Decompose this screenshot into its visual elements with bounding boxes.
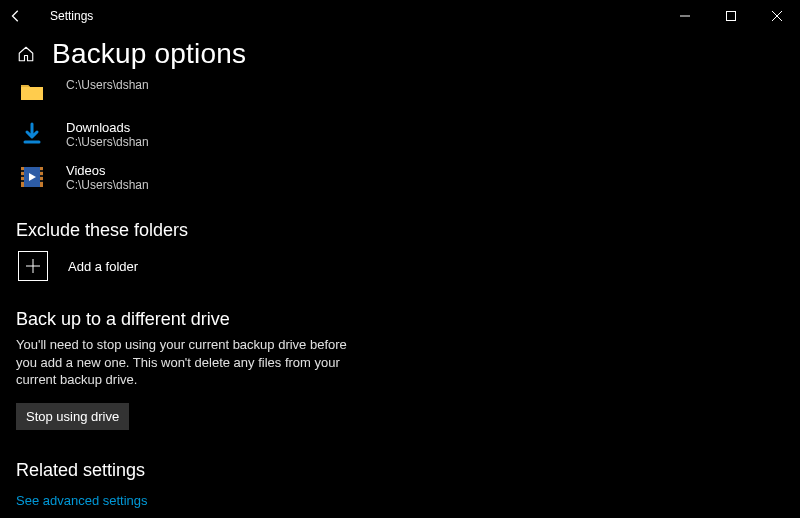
window-title: Settings bbox=[50, 9, 93, 23]
folder-path: C:\Users\dshan bbox=[66, 178, 149, 192]
svg-rect-8 bbox=[21, 170, 24, 172]
list-item[interactable]: Downloads C:\Users\dshan bbox=[16, 120, 784, 149]
plus-icon bbox=[18, 251, 48, 281]
exclude-heading: Exclude these folders bbox=[16, 220, 784, 241]
titlebar: Settings bbox=[0, 0, 800, 32]
related-settings-heading: Related settings bbox=[16, 460, 784, 481]
folder-path: C:\Users\dshan bbox=[66, 78, 149, 92]
folder-icon bbox=[18, 78, 46, 106]
downloads-icon bbox=[18, 120, 46, 148]
maximize-button[interactable] bbox=[708, 0, 754, 32]
home-button[interactable] bbox=[16, 44, 36, 64]
page-title: Backup options bbox=[52, 38, 246, 70]
svg-rect-12 bbox=[40, 175, 43, 177]
folder-name: Downloads bbox=[66, 120, 149, 135]
different-drive-description: You'll need to stop using your current b… bbox=[16, 336, 356, 389]
back-button[interactable] bbox=[0, 9, 32, 23]
svg-rect-13 bbox=[40, 180, 43, 182]
list-item[interactable]: Videos C:\Users\dshan bbox=[16, 163, 784, 192]
svg-rect-11 bbox=[40, 170, 43, 172]
svg-rect-10 bbox=[21, 180, 24, 182]
add-folder-button[interactable]: Add a folder bbox=[16, 251, 784, 281]
minimize-button[interactable] bbox=[662, 0, 708, 32]
folder-name: Videos bbox=[66, 163, 149, 178]
videos-icon bbox=[18, 163, 46, 191]
stop-using-drive-button[interactable]: Stop using drive bbox=[16, 403, 129, 430]
backup-folders-list: C:\Users\dshan Downloads C:\Users\dshan … bbox=[16, 78, 784, 192]
close-button[interactable] bbox=[754, 0, 800, 32]
svg-rect-9 bbox=[21, 175, 24, 177]
folder-path: C:\Users\dshan bbox=[66, 135, 149, 149]
window-controls bbox=[662, 0, 800, 32]
different-drive-heading: Back up to a different drive bbox=[16, 309, 784, 330]
list-item[interactable]: C:\Users\dshan bbox=[16, 78, 784, 106]
add-folder-label: Add a folder bbox=[68, 259, 138, 274]
see-advanced-settings-link[interactable]: See advanced settings bbox=[16, 493, 148, 508]
svg-rect-1 bbox=[727, 12, 736, 21]
